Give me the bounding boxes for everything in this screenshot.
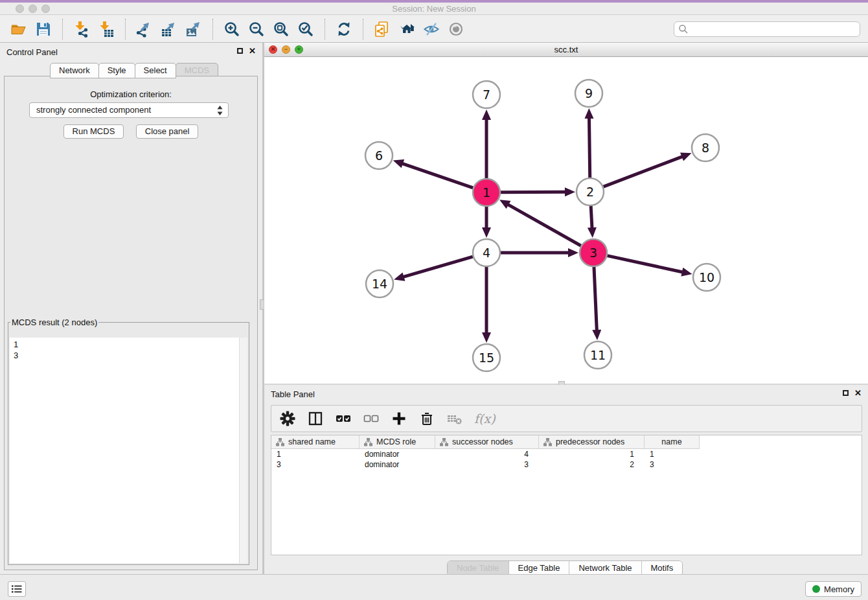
- memory-status-dot: [812, 585, 820, 593]
- zoom-out-icon[interactable]: [248, 21, 265, 38]
- task-history-button[interactable]: [8, 581, 26, 597]
- tab-network-table[interactable]: Network Table: [569, 561, 641, 575]
- graph-node-label-7: 7: [483, 87, 490, 102]
- graph-edge-3-10[interactable]: [607, 256, 682, 272]
- network-window-titlebar[interactable]: ✕ − + scc.txt: [264, 43, 868, 57]
- apply-layout-icon[interactable]: [398, 21, 415, 38]
- network-canvas[interactable]: 7968124314101511: [264, 57, 868, 384]
- refresh-view-icon[interactable]: [336, 21, 352, 38]
- search-field[interactable]: [674, 21, 860, 37]
- graph-node-label-4: 4: [483, 246, 490, 260]
- open-session-icon[interactable]: [10, 21, 27, 38]
- add-column-icon[interactable]: [391, 410, 407, 427]
- graph-node-label-8: 8: [702, 141, 709, 155]
- graph-node-label-1: 1: [483, 185, 490, 200]
- save-session-icon[interactable]: [35, 21, 52, 38]
- close-panel-icon[interactable]: ✕: [249, 47, 256, 54]
- table-cell[interactable]: 2: [539, 460, 645, 469]
- mcds-tab-pane: Optimization criterion: strongly connect…: [4, 76, 258, 570]
- mcds-result-textarea[interactable]: 1 3: [10, 338, 247, 563]
- graph-node-label-14: 14: [372, 277, 387, 291]
- graph-node-label-6: 6: [375, 148, 383, 163]
- zoom-selected-icon[interactable]: [297, 21, 314, 38]
- app-titlebar: Session: New Session: [0, 3, 868, 15]
- toolbar-separator: [212, 19, 213, 40]
- tab-style[interactable]: Style: [98, 63, 135, 78]
- column-header-name[interactable]: name: [645, 435, 700, 448]
- table-cell[interactable]: 3: [435, 460, 539, 469]
- close-table-panel-icon[interactable]: ✕: [854, 389, 862, 397]
- table-settings-icon[interactable]: [279, 410, 296, 427]
- graph-node-label-10: 10: [699, 270, 714, 284]
- memory-label: Memory: [824, 584, 854, 594]
- graph-node-label-11: 11: [590, 348, 606, 362]
- result-line: 1: [14, 339, 239, 350]
- import-table-icon[interactable]: [98, 21, 115, 38]
- table-toolbar: f(x): [271, 405, 862, 432]
- show-graphics-icon[interactable]: [448, 21, 464, 38]
- graph-edges: [402, 118, 683, 333]
- float-table-panel-icon[interactable]: [843, 390, 849, 396]
- graph-edge-4-14[interactable]: [403, 257, 472, 277]
- graph-edge-1-6[interactable]: [402, 163, 473, 188]
- table-cell[interactable]: dominator: [360, 460, 435, 469]
- tab-node-table[interactable]: Node Table: [448, 561, 508, 575]
- toolbar-separator: [125, 19, 126, 40]
- select-all-rows-icon[interactable]: [335, 410, 352, 427]
- close-panel-button[interactable]: Close panel: [136, 124, 199, 139]
- table-row[interactable]: 3dominator323: [271, 459, 862, 470]
- column-header-successor-nodes[interactable]: successor nodes: [435, 435, 539, 448]
- table-cell[interactable]: 3: [645, 460, 700, 469]
- column-header-shared-name[interactable]: shared name: [271, 435, 360, 448]
- graph-edge-1-2[interactable]: [501, 192, 565, 192]
- graph-edge-3-11[interactable]: [594, 267, 597, 330]
- tab-edge-table[interactable]: Edge Table: [508, 561, 569, 575]
- tab-motifs[interactable]: Motifs: [641, 561, 683, 575]
- optimization-criterion-select[interactable]: strongly connected component: [29, 102, 229, 118]
- hierarchy-icon: [543, 438, 552, 446]
- graph-edge-2-9[interactable]: [589, 118, 590, 178]
- deselect-all-rows-icon[interactable]: [363, 410, 380, 427]
- table-cell[interactable]: 1: [645, 450, 700, 459]
- search-input[interactable]: [689, 23, 860, 36]
- column-header-predecessor-nodes[interactable]: predecessor nodes: [539, 435, 645, 448]
- table-cell[interactable]: 1: [271, 450, 360, 459]
- export-image-icon[interactable]: [185, 21, 202, 38]
- zoom-fit-icon[interactable]: [273, 21, 290, 38]
- hierarchy-icon: [440, 438, 448, 446]
- clone-network-icon[interactable]: [374, 21, 391, 38]
- graph-node-label-15: 15: [479, 351, 494, 365]
- hierarchy-icon: [364, 438, 372, 446]
- export-network-icon[interactable]: [136, 21, 153, 38]
- run-mcds-button[interactable]: Run MCDS: [63, 124, 124, 139]
- tab-select[interactable]: Select: [135, 63, 176, 78]
- column-label: name: [661, 437, 681, 446]
- split-panel-icon[interactable]: [307, 410, 324, 427]
- import-network-icon[interactable]: [73, 21, 90, 38]
- result-scrollbar[interactable]: [239, 338, 247, 563]
- zoom-in-icon[interactable]: [223, 21, 240, 38]
- table-cell[interactable]: 1: [539, 450, 645, 459]
- mcds-result-box: MCDS result (2 nodes) 1 3: [8, 317, 249, 565]
- apply-function-icon: f(x): [474, 411, 496, 426]
- graph-node-label-9: 9: [585, 86, 593, 100]
- network-graph[interactable]: 7968124314101511: [264, 57, 867, 384]
- toolbar-separator: [363, 19, 363, 40]
- table-row[interactable]: 1dominator411: [271, 449, 862, 459]
- delete-column-icon[interactable]: [418, 410, 435, 427]
- column-header-mcds-role[interactable]: MCDS role: [360, 435, 435, 448]
- table-cell[interactable]: 3: [271, 460, 360, 469]
- graph-edge-2-8[interactable]: [604, 157, 683, 187]
- table-cell[interactable]: 4: [435, 450, 539, 459]
- graph-edge-3-1[interactable]: [508, 205, 581, 246]
- float-panel-icon[interactable]: [237, 48, 243, 54]
- hide-graphics-icon[interactable]: [423, 21, 440, 38]
- tab-network[interactable]: Network: [50, 63, 99, 78]
- graph-edge-2-3[interactable]: [591, 206, 592, 228]
- table-cell[interactable]: dominator: [360, 450, 435, 459]
- export-table-icon[interactable]: [161, 21, 177, 38]
- network-window-title: scc.txt: [264, 45, 868, 54]
- dropdown-arrows-icon: [217, 105, 223, 116]
- memory-button[interactable]: Memory: [805, 581, 862, 597]
- search-icon: [678, 24, 689, 34]
